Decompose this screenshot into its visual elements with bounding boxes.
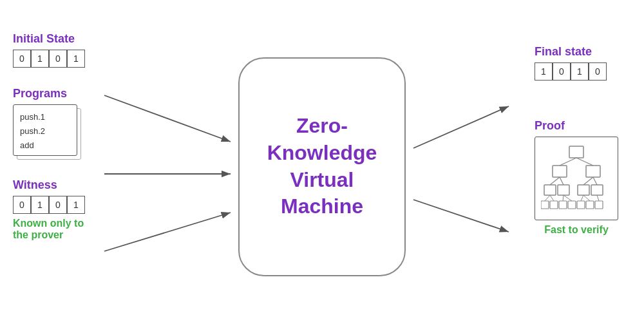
svg-line-16 (560, 177, 564, 185)
svg-rect-19 (541, 201, 549, 209)
program-line-2: push.2 (20, 124, 70, 138)
svg-rect-24 (586, 201, 594, 209)
initial-state-section: Initial State 0 1 0 1 (13, 32, 85, 68)
svg-line-29 (564, 195, 572, 201)
witness-section: Witness 0 1 0 1 Known only to the prover (13, 178, 85, 241)
bit-cell: 1 (31, 50, 49, 68)
proof-tree-svg (541, 143, 612, 214)
bit-cell: 0 (553, 62, 571, 81)
svg-rect-22 (568, 201, 576, 209)
final-state-bits: 1 0 1 0 (535, 62, 618, 81)
bit-cell: 1 (67, 50, 85, 68)
left-column: Initial State 0 1 0 1 Programs push.1 pu… (13, 32, 85, 241)
svg-line-13 (560, 158, 576, 166)
svg-rect-25 (595, 201, 603, 209)
proof-section: Proof (535, 119, 618, 236)
proof-box (535, 137, 618, 220)
bit-cell: 1 (571, 62, 589, 81)
known-line-1: Known only to (13, 218, 85, 229)
svg-rect-6 (569, 146, 583, 158)
svg-line-26 (545, 195, 550, 201)
bit-cell: 1 (31, 196, 49, 214)
zkvm-box: Zero- Knowledge Virtual Machine (238, 57, 406, 276)
svg-line-15 (550, 177, 560, 185)
svg-rect-11 (578, 185, 589, 195)
bit-cell: 0 (49, 196, 67, 214)
svg-rect-10 (558, 185, 569, 195)
svg-rect-7 (553, 166, 567, 177)
known-line-2: the prover (13, 229, 85, 241)
svg-line-31 (583, 195, 590, 201)
proof-title: Proof (535, 119, 618, 133)
bit-cell: 1 (67, 196, 85, 214)
program-box: push.1 push.2 add (13, 104, 77, 156)
svg-rect-12 (591, 185, 603, 195)
svg-line-4 (413, 106, 509, 148)
svg-line-30 (581, 195, 583, 201)
programs-title: Programs (13, 87, 85, 100)
program-line-3: add (20, 138, 70, 153)
diagram: Initial State 0 1 0 1 Programs push.1 pu… (0, 0, 644, 333)
svg-rect-9 (544, 185, 556, 195)
svg-line-3 (104, 213, 231, 251)
initial-state-bits: 0 1 0 1 (13, 50, 85, 68)
bit-cell: 1 (535, 62, 553, 81)
programs-section: Programs push.1 push.2 add (13, 87, 85, 159)
svg-line-5 (413, 200, 509, 232)
known-label: Known only to the prover (13, 218, 85, 241)
svg-line-32 (597, 195, 599, 201)
final-state-section: Final state 1 0 1 0 (535, 45, 618, 81)
bit-cell: 0 (589, 62, 607, 81)
svg-rect-8 (586, 166, 600, 177)
bit-cell: 0 (49, 50, 67, 68)
svg-line-27 (550, 195, 554, 201)
initial-state-title: Initial State (13, 32, 85, 46)
svg-line-14 (576, 158, 593, 166)
svg-rect-21 (559, 201, 567, 209)
bit-cell: 0 (13, 50, 31, 68)
svg-rect-20 (550, 201, 558, 209)
svg-line-17 (583, 177, 593, 185)
right-column: Final state 1 0 1 0 Proof (535, 45, 618, 236)
svg-line-1 (104, 95, 231, 142)
svg-line-18 (593, 177, 597, 185)
svg-rect-23 (577, 201, 585, 209)
program-line-1: push.1 (20, 110, 70, 124)
witness-title: Witness (13, 178, 85, 192)
svg-line-28 (563, 195, 564, 201)
witness-bits: 0 1 0 1 (13, 196, 85, 214)
bit-cell: 0 (13, 196, 31, 214)
zkvm-label: Zero- Knowledge Virtual Machine (267, 113, 377, 220)
program-box-wrapper: push.1 push.2 add (13, 104, 84, 159)
fast-label: Fast to verify (535, 224, 618, 236)
final-state-title: Final state (535, 45, 618, 59)
